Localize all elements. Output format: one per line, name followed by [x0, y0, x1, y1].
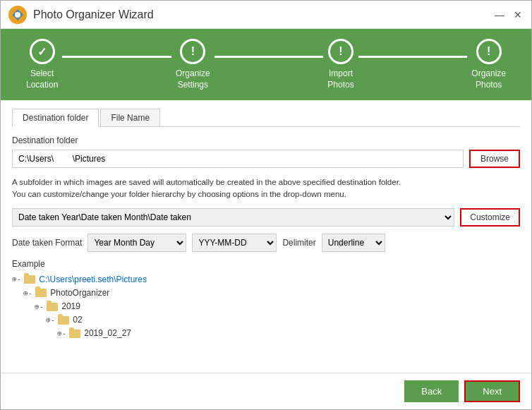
step-connector-1 [62, 56, 171, 58]
tree-text-1[interactable]: C:\Users\preeti.seth\Pictures [39, 273, 147, 287]
step-import-photos: ! ImportPhotos [327, 39, 353, 90]
back-button[interactable]: Back [404, 380, 459, 402]
tree-row-1: ⊕- C:\Users\preeti.seth\Pictures [12, 273, 520, 287]
folder-icon-1 [24, 275, 35, 284]
folder-hierarchy-select[interactable]: Date taken Year\Date taken Month\Date ta… [12, 208, 454, 227]
step-circle-3: ! [328, 39, 353, 64]
folder-path-input[interactable] [12, 150, 464, 168]
tree-row-4: ⊕- 02 [12, 313, 520, 327]
delimiter-select[interactable]: Underline [322, 234, 385, 252]
folder-icon-2 [35, 289, 47, 297]
next-button[interactable]: Next [464, 380, 520, 402]
format-row: Date taken Format Year Month Day YYY-MM-… [12, 234, 520, 252]
tree-prefix-5: ⊕- [57, 327, 66, 340]
tree-text-4: 02 [73, 313, 82, 327]
wizard-window: Photo Organizer Wizard — ✕ ✓ SelectLocat… [0, 0, 532, 410]
tree-prefix-4: ⊕- [46, 314, 55, 327]
tabs: Destination folder File Name [12, 109, 520, 127]
step-circle-1: ✓ [30, 39, 55, 64]
title-bar: Photo Organizer Wizard — ✕ [1, 1, 531, 29]
window-title: Photo Organizer Wizard [33, 8, 493, 21]
tree-prefix-2: ⊕- [23, 287, 32, 300]
folder-icon-3 [47, 303, 58, 311]
steps-bar: ✓ SelectLocation ! OrganizeSettings ! Im… [1, 29, 531, 100]
dropdown-row: Date taken Year\Date taken Month\Date ta… [12, 208, 520, 227]
delimiter-label: Delimiter [282, 238, 315, 248]
step-label-4: OrganizePhotos [471, 68, 506, 90]
destination-folder-label: Destination folder [12, 135, 520, 145]
tree-prefix-1: ⊕- [12, 273, 21, 286]
step-organize-settings: ! OrganizeSettings [176, 39, 210, 90]
tree-row-2: ⊕- PhotoOrganizer [12, 287, 520, 300]
window-controls: — ✕ [493, 8, 524, 21]
date-value-select[interactable]: YYY-MM-DD [192, 234, 277, 252]
tree-row-5: ⊕- 2019_02_27 [12, 327, 520, 340]
tab-destination-folder[interactable]: Destination folder [12, 109, 99, 127]
step-label-1: SelectLocation [26, 68, 58, 90]
info-text: A subfolder in which images are saved wi… [12, 176, 520, 201]
app-logo [8, 5, 28, 25]
svg-point-1 [15, 12, 20, 18]
steps-container: ✓ SelectLocation ! OrganizeSettings ! Im… [26, 39, 506, 90]
step-circle-4: ! [476, 39, 502, 64]
step-circle-2: ! [180, 39, 205, 64]
example-tree: ⊕- C:\Users\preeti.seth\Pictures ⊕- Phot… [12, 273, 520, 341]
customize-button[interactable]: Customize [460, 208, 520, 227]
tree-text-5: 2019_02_27 [84, 327, 131, 340]
folder-icon-4 [58, 316, 69, 325]
tree-row-3: ⊕- 2019 [12, 300, 520, 313]
tree-prefix-3: ⊕- [35, 301, 44, 313]
example-label: Example [12, 259, 520, 269]
step-connector-2 [214, 56, 324, 58]
step-organize-photos: ! OrganizePhotos [471, 39, 506, 90]
tab-file-name[interactable]: File Name [100, 109, 160, 126]
tree-text-2: PhotoOrganizer [50, 287, 109, 300]
minimize-button[interactable]: — [493, 8, 506, 21]
main-content: Destination folder File Name Destination… [1, 100, 531, 373]
date-format-select[interactable]: Year Month Day [87, 234, 186, 252]
bottom-bar: Back Next [1, 373, 531, 409]
step-select-location: ✓ SelectLocation [26, 39, 58, 90]
folder-row: Browse [12, 150, 520, 168]
step-label-2: OrganizeSettings [176, 68, 210, 90]
step-label-3: ImportPhotos [327, 68, 353, 90]
browse-button[interactable]: Browse [469, 150, 520, 168]
tree-text-3: 2019 [61, 300, 80, 313]
step-connector-3 [358, 56, 468, 58]
close-button[interactable]: ✕ [512, 8, 524, 21]
folder-icon-5 [69, 330, 80, 338]
date-format-label: Date taken Format [12, 238, 82, 248]
